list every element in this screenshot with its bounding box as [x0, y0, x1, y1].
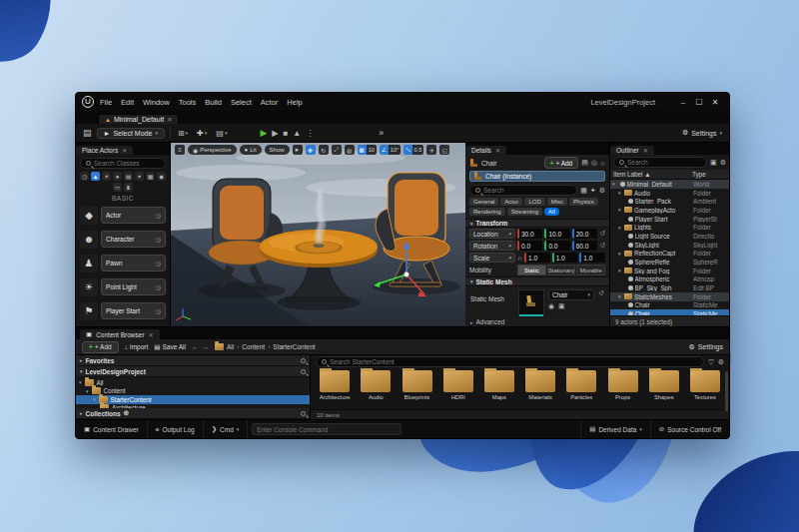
details-search[interactable]: [469, 185, 577, 196]
volumes-category-icon[interactable]: ◆: [157, 172, 166, 181]
type-column-header[interactable]: Type: [692, 171, 726, 178]
folder-item[interactable]: Materials: [522, 370, 558, 407]
outliner-settings-icon[interactable]: ⚙: [720, 159, 726, 167]
outliner-row[interactable]: BP_Sky_SphEdit BP: [610, 283, 729, 292]
filter-chip[interactable]: Actor: [500, 198, 522, 206]
derived-data-button[interactable]: ▤Derived Data▾: [580, 420, 650, 438]
menu-actor[interactable]: Actor: [261, 98, 279, 107]
output-log-button[interactable]: ≡Output Log: [148, 420, 204, 438]
cb-import-button[interactable]: ↓Import: [125, 343, 149, 350]
console-input-box[interactable]: [252, 423, 401, 435]
toolbar-overflow-chevron-icon[interactable]: »: [379, 128, 384, 138]
location-dropdown[interactable]: Location▾: [469, 229, 515, 239]
rotation-z-field[interactable]: 60.0: [572, 241, 597, 251]
console-command-input[interactable]: [257, 426, 397, 433]
asset-search-input[interactable]: [330, 358, 698, 365]
rotation-x-field[interactable]: 0.0: [517, 241, 542, 251]
mobility-static-button[interactable]: Static: [517, 265, 546, 275]
close-icon[interactable]: ✕: [167, 116, 172, 123]
view-mode-dropdown[interactable]: ●Lit: [240, 145, 262, 155]
scale-x-field[interactable]: 1.0: [524, 253, 550, 263]
scale-tool-icon[interactable]: ⤢: [332, 145, 342, 155]
viewport-menu-icon[interactable]: ≡: [175, 145, 185, 155]
settings-button[interactable]: ⚙ Settings ▾: [682, 129, 722, 137]
misc-category-icon[interactable]: ♜: [124, 183, 133, 192]
outliner-row[interactable]: ChairStaticMe: [610, 301, 729, 310]
camera-mode-dropdown[interactable]: ◉Perspective: [188, 145, 237, 155]
filter-chip[interactable]: Rendering: [469, 208, 505, 216]
details-tab[interactable]: Details ✕: [465, 146, 506, 155]
outliner-tab[interactable]: Outliner ✕: [610, 146, 654, 155]
place-actor-item[interactable]: ⚑ Player Start◷: [80, 300, 166, 321]
favorites-section[interactable]: ▸Favorites: [76, 355, 310, 366]
static-mesh-section-header[interactable]: ▾Static Mesh: [465, 276, 609, 285]
outliner-row[interactable]: Light SourceDirectio: [610, 232, 729, 241]
instance-toggle-icon[interactable]: ▤: [581, 159, 588, 167]
advanced-expander[interactable]: ▸Advanced: [465, 318, 609, 326]
filter-chip[interactable]: Streaming: [507, 208, 542, 216]
outliner-row[interactable]: Player StartPlayerSt: [610, 215, 729, 224]
outliner-row[interactable]: ▾ReflectionCaptFolder: [610, 250, 729, 259]
scale-z-field[interactable]: 1.0: [579, 253, 605, 263]
tree-item-startercontent-selected[interactable]: ▾StarterContent: [76, 395, 310, 404]
lights-category-icon[interactable]: ☀: [102, 172, 111, 181]
reset-icon[interactable]: ↺: [599, 230, 605, 238]
level-tab[interactable]: ▲ Minimal_Default ✕: [98, 114, 179, 124]
mobility-stationary-button[interactable]: Stationary: [547, 265, 576, 275]
grid-snap-control[interactable]: ▦10: [358, 145, 377, 155]
eye-icon[interactable]: ◎: [591, 159, 597, 167]
location-z-field[interactable]: 20.0: [572, 229, 597, 239]
viewport[interactable]: ≡ ◉Perspective ●Lit Show ► ✥ ↻ ⤢ ◍ ▦10 ∠…: [171, 143, 465, 326]
scrollbar[interactable]: [725, 371, 728, 411]
outliner-row[interactable]: ▾GameplayActoFolder: [610, 206, 729, 215]
folder-item[interactable]: Audio: [358, 370, 394, 407]
reset-icon[interactable]: ↺: [598, 289, 604, 297]
folder-view-icon[interactable]: ▣: [710, 159, 717, 167]
location-x-field[interactable]: 30.0: [517, 229, 542, 239]
filter-gear-icon[interactable]: ⚙: [599, 187, 605, 195]
outliner-row[interactable]: ▾Minimal_DefaultWorld: [610, 180, 729, 189]
menu-build[interactable]: Build: [205, 98, 222, 107]
close-icon[interactable]: ✕: [149, 331, 154, 338]
cb-add-button[interactable]: ++ Add: [82, 341, 119, 353]
visual-effects-category-icon[interactable]: ✦: [135, 172, 144, 181]
rotation-y-field[interactable]: 0.0: [544, 241, 569, 251]
selected-instance-row[interactable]: Chair (Instance): [469, 171, 605, 182]
folder-item[interactable]: HDRI: [440, 370, 476, 407]
content-drawer-button[interactable]: ▣Content Drawer: [76, 420, 148, 438]
collections-section[interactable]: ▸Collections⊕: [76, 408, 310, 419]
folder-item[interactable]: Shapes: [646, 370, 682, 407]
recent-category-icon[interactable]: ◷: [80, 172, 89, 181]
outliner-row[interactable]: ▾LightsFolder: [610, 223, 729, 232]
rotate-tool-icon[interactable]: ↻: [319, 145, 329, 155]
forward-arrow-icon[interactable]: →: [202, 343, 209, 350]
place-actor-item[interactable]: ☀ Point Light◷: [80, 276, 166, 297]
select-tool-icon[interactable]: ►: [293, 145, 303, 155]
close-button[interactable]: ✕: [707, 98, 723, 107]
filter-chip[interactable]: General: [469, 198, 498, 206]
rotation-snap-control[interactable]: ∠10°: [380, 145, 400, 155]
filter-chip[interactable]: Misc: [547, 198, 567, 206]
outliner-row[interactable]: SphereRefleSphereR: [610, 258, 729, 266]
content-browser-tab[interactable]: ▣ Content Browser ✕: [80, 329, 160, 339]
close-icon[interactable]: ✕: [643, 147, 648, 154]
filter-chip-all[interactable]: All: [544, 208, 559, 216]
outliner-row[interactable]: AtmosphericAtmosp: [610, 275, 729, 284]
show-dropdown[interactable]: Show: [265, 145, 290, 155]
cb-save-all-button[interactable]: ▤Save All: [154, 343, 186, 351]
folder-item[interactable]: Particles: [563, 370, 599, 407]
maximize-viewport-icon[interactable]: ◱: [439, 145, 449, 155]
asset-search[interactable]: [316, 356, 704, 367]
shapes-category-icon[interactable]: ●: [113, 172, 122, 181]
close-icon[interactable]: ✕: [122, 147, 127, 154]
static-mesh-thumbnail[interactable]: [518, 289, 544, 315]
source-control-button[interactable]: ⊘Source Control Off: [650, 420, 729, 438]
filter-funnel-icon[interactable]: ▽: [708, 358, 713, 366]
scale-y-field[interactable]: 1.0: [552, 253, 578, 263]
play-button[interactable]: ▶: [260, 128, 267, 138]
select-mode-dropdown[interactable]: ► Select Mode ▾: [97, 128, 165, 139]
play-options-kebab-icon[interactable]: ⋮: [306, 129, 314, 138]
mobility-movable-button[interactable]: Movable: [576, 265, 605, 275]
eject-button[interactable]: ▲: [293, 129, 301, 138]
transform-section-header[interactable]: ▾Transform: [465, 219, 609, 228]
